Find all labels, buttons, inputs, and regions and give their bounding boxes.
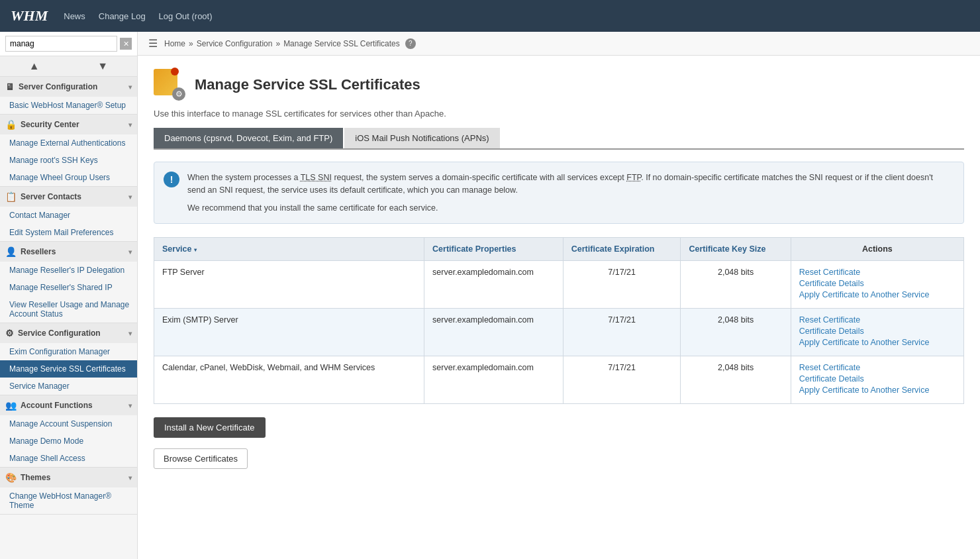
contacts-icon: 📋 [5,191,17,202]
sidebar-item-wheel-group[interactable]: Manage Wheel Group Users [0,169,137,186]
breadcrumb-home[interactable]: Home [164,39,185,48]
col-service[interactable]: Service ▾ [154,238,424,261]
info-line2: We recommend that you install the same c… [187,202,953,215]
account-functions-label: Account Functions [21,401,93,410]
breadcrumb-sep-1: » [189,39,193,48]
sidebar-item-mail-prefs[interactable]: Edit System Mail Preferences [0,224,137,241]
cell-key-size-0: 2,048 bits [681,261,791,309]
service-sort-icon: ▾ [194,247,197,253]
sidebar-item-basic-setup[interactable]: Basic WebHost Manager® Setup [0,97,137,114]
cell-service-1: Exim (SMTP) Server [154,309,424,356]
action-link-apply-certificate-to-another-service[interactable]: Apply Certificate to Another Service [799,338,956,347]
action-link-apply-certificate-to-another-service[interactable]: Apply Certificate to Another Service [799,385,956,395]
account-functions-icon: 👥 [5,400,17,411]
sidebar-item-ssh-keys[interactable]: Manage root's SSH Keys [0,152,137,169]
whm-logo: WHM [11,7,48,25]
sidebar: ✕ ▲ ▼ 🖥 Server Configuration ▾ Basic Web… [0,32,138,559]
col-cert-expiry: Certificate Expiration [563,238,681,261]
sidebar-section-account-functions: 👥 Account Functions ▾ Manage Account Sus… [0,395,137,468]
cell-key-size-2: 2,048 bits [681,356,791,404]
sidebar-item-ssl-certs[interactable]: Manage Service SSL Certificates [0,360,137,378]
table-row: Exim (SMTP) Serverserver.exampledomain.c… [154,309,964,356]
sidebar-section-header-account-functions[interactable]: 👥 Account Functions ▾ [0,395,137,415]
top-navigation: WHM News Change Log Log Out (root) [0,0,980,32]
sidebar-item-acct-suspension[interactable]: Manage Account Suspension [0,415,137,432]
nav-news[interactable]: News [64,11,85,21]
account-functions-chevron: ▾ [128,402,132,409]
security-chevron: ▾ [128,121,132,128]
sidebar-section-contacts: 📋 Server Contacts ▾ Contact Manager Edit… [0,187,137,242]
cell-cert-props-1: server.exampledomain.com [424,309,564,356]
sidebar-section-server-config: 🖥 Server Configuration ▾ Basic WebHost M… [0,77,137,115]
menu-toggle-icon[interactable]: ☰ [148,37,158,50]
cell-cert-props-0: server.exampledomain.com [424,261,564,309]
sidebar-section-header-resellers[interactable]: 👤 Resellers ▾ [0,242,137,262]
info-line1: When the system processes a TLS SNI requ… [187,172,953,197]
sidebar-item-ext-auth[interactable]: Manage External Authentications [0,134,137,152]
gear-icon: ⚙ [172,87,185,101]
col-key-size: Certificate Key Size [681,238,791,261]
page-title: Manage Service SSL Certificates [195,76,420,93]
sidebar-item-shell-access[interactable]: Manage Shell Access [0,450,137,467]
col-cert-props: Certificate Properties [424,238,564,261]
help-icon[interactable]: ? [405,38,416,49]
cell-cert-expiry-2: 7/17/21 [563,356,681,404]
sidebar-back-button[interactable]: ▲ [0,56,69,76]
server-config-label: Server Configuration [19,82,97,91]
search-input[interactable] [5,36,117,52]
sidebar-section-security: 🔒 Security Center ▾ Manage External Auth… [0,115,137,187]
install-certificate-button[interactable]: Install a New Certificate [154,417,266,438]
sidebar-item-contact-mgr[interactable]: Contact Manager [0,207,137,224]
sidebar-item-service-mgr[interactable]: Service Manager [0,378,137,395]
cell-service-2: Calendar, cPanel, WebDisk, Webmail, and … [154,356,424,404]
tab-daemons[interactable]: Daemons (cpsrvd, Dovecot, Exim, and FTP) [154,128,343,148]
sidebar-item-change-theme[interactable]: Change WebHost Manager® Theme [0,487,137,514]
col-actions: Actions [791,238,963,261]
resellers-label: Resellers [21,247,56,256]
action-link-certificate-details[interactable]: Certificate Details [799,279,956,288]
sidebar-section-header-security[interactable]: 🔒 Security Center ▾ [0,115,137,134]
sidebar-item-demo-mode[interactable]: Manage Demo Mode [0,432,137,450]
security-label: Security Center [21,120,79,129]
resellers-icon: 👤 [5,246,17,257]
content-area: ☰ Home » Service Configuration » Manage … [138,32,980,559]
cell-cert-expiry-1: 7/17/21 [563,309,681,356]
sidebar-forward-button[interactable]: ▼ [69,56,138,76]
cell-cert-expiry-0: 7/17/21 [563,261,681,309]
sidebar-item-shared-ip[interactable]: Manage Reseller's Shared IP [0,279,137,296]
contacts-label: Server Contacts [21,192,81,201]
action-link-certificate-details[interactable]: Certificate Details [799,327,956,336]
nav-changelog[interactable]: Change Log [99,11,146,21]
tab-ios-mail[interactable]: iOS Mail Push Notifications (APNs) [344,128,499,148]
page-subtitle: Use this interface to manage SSL certifi… [154,109,964,119]
breadcrumb-service-config[interactable]: Service Configuration [197,39,273,48]
sidebar-section-header-themes[interactable]: 🎨 Themes ▾ [0,468,137,487]
nav-logout[interactable]: Log Out (root) [159,11,213,21]
sidebar-item-reseller-usage[interactable]: View Reseller Usage and Manage Account S… [0,296,137,323]
info-exclamation-icon: ! [164,172,179,187]
themes-label: Themes [21,473,50,482]
page-header-icon: ⚙ [154,69,185,101]
service-config-icon: ⚙ [5,328,14,338]
security-icon: 🔒 [5,119,17,130]
sidebar-item-exim-config[interactable]: Exim Configuration Manager [0,343,137,360]
action-link-apply-certificate-to-another-service[interactable]: Apply Certificate to Another Service [799,290,956,299]
sidebar-section-header-service-config[interactable]: ⚙ Service Configuration ▾ [0,323,137,343]
sidebar-item-ip-delegation[interactable]: Manage Reseller's IP Delegation [0,262,137,279]
sidebar-section-header-server-config[interactable]: 🖥 Server Configuration ▾ [0,77,137,97]
sidebar-section-header-contacts[interactable]: 📋 Server Contacts ▾ [0,187,137,207]
info-box: ! When the system processes a TLS SNI re… [154,162,964,224]
action-link-reset-certificate[interactable]: Reset Certificate [799,315,956,325]
sidebar-section-themes: 🎨 Themes ▾ Change WebHost Manager® Theme [0,468,137,515]
action-link-reset-certificate[interactable]: Reset Certificate [799,363,956,372]
sidebar-section-resellers: 👤 Resellers ▾ Manage Reseller's IP Deleg… [0,242,137,323]
certificate-table: Service ▾ Certificate Properties Certifi… [154,237,964,404]
table-row: FTP Serverserver.exampledomain.com7/17/2… [154,261,964,309]
search-clear-button[interactable]: ✕ [120,38,132,50]
action-link-reset-certificate[interactable]: Reset Certificate [799,268,956,277]
action-link-certificate-details[interactable]: Certificate Details [799,374,956,383]
table-row: Calendar, cPanel, WebDisk, Webmail, and … [154,356,964,404]
browse-certificates-button[interactable]: Browse Certificates [154,448,248,469]
themes-chevron: ▾ [128,474,132,482]
sidebar-search-container: ✕ [0,32,137,56]
